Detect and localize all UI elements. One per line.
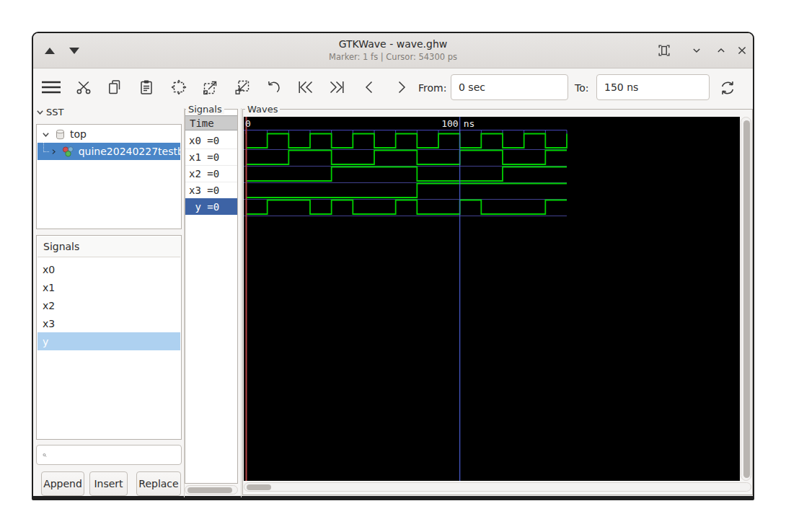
database-icon [55,128,66,141]
chevron-left-icon [361,79,379,96]
menu-icon [40,79,62,95]
paste-button[interactable] [138,79,155,96]
zoom-fit-icon [170,79,187,96]
copy-button[interactable] [106,79,123,96]
from-input[interactable] [451,74,568,100]
wave-area[interactable]: 0100ns [244,117,740,481]
scrollbar-thumb[interactable] [247,484,271,490]
signal-filter[interactable] [36,445,182,465]
expander-chevron-right-icon[interactable] [50,148,57,156]
shift-right-button[interactable] [392,79,410,96]
reload-icon [718,79,737,97]
list-item-x1[interactable]: x1 [37,278,180,296]
time-header[interactable]: Time [185,115,237,130]
sst-expander[interactable]: SST [36,107,63,118]
list-item-x0[interactable]: x0 [37,260,180,278]
tree-node-label: quine20240227testbench [79,146,180,157]
list-item-y[interactable]: y [37,332,180,350]
undo-button[interactable] [265,79,282,96]
signal-value-x0[interactable]: x0 =0 [185,132,237,148]
fetch-end-icon [327,79,346,96]
copy-icon [106,79,123,96]
replace-button[interactable]: Replace [136,471,181,496]
svg-text:0: 0 [245,118,251,129]
from-label: From: [418,82,446,94]
zoom-fit-button[interactable] [170,79,187,96]
menu-button[interactable] [40,79,62,95]
chevron-down-icon [689,43,704,58]
close-icon [735,43,749,58]
scrollbar-thumb[interactable] [743,120,750,478]
signal-value-x3[interactable]: x3 =0 [185,182,237,198]
gtkwave-window: GTKWave - wave.ghw Marker: 1 fs | Cursor… [32,32,754,500]
sst-label: SST [46,107,63,118]
signal-value-x2[interactable]: x2 =0 [185,165,237,182]
window-title: GTKWave - wave.ghw [33,38,753,50]
append-button[interactable]: Append [41,471,84,496]
waves-vscrollbar[interactable] [741,117,751,481]
expander-chevron-icon[interactable] [42,130,50,138]
list-item-x3[interactable]: x3 [37,314,180,332]
chevron-up-icon [714,43,728,58]
marker-cursor-status: Marker: 1 fs | Cursor: 54300 ps [33,52,753,62]
signal-value-y[interactable]: y =0 [185,198,237,215]
signal-search-list: Signals x0 x1 x2 x3 y [36,235,182,440]
fit-window-button[interactable] [656,43,672,58]
close-button[interactable] [734,43,750,58]
search-icon [43,450,47,461]
signal-value-x1[interactable]: x1 =0 [185,148,237,165]
expander-chevron-icon [36,108,44,116]
zoom-in-icon [202,79,219,96]
reload-button[interactable] [718,79,736,96]
list-item-x2[interactable]: x2 [37,296,180,314]
tree-node-testbench[interactable]: quine20240227testbench [37,143,180,160]
cut-icon [75,79,92,96]
desktop: GTKWave - wave.ghw Marker: 1 fs | Cursor… [0,0,786,532]
tree-node-top[interactable]: top [37,125,180,143]
fetch-end-button[interactable] [327,79,345,96]
zoom-out-icon [234,79,251,96]
signals-column-hscrollbar[interactable] [185,485,238,495]
module-icon [61,145,75,158]
fetch-start-button[interactable] [296,79,314,96]
scrollbar-thumb[interactable] [187,487,232,493]
search-input[interactable] [51,449,181,461]
waves-panel: 0100ns [242,109,753,495]
maximize-button[interactable] [713,43,729,58]
svg-text:ns: ns [464,118,475,129]
pane-splitter-right[interactable] [241,108,242,497]
shift-left-button[interactable] [361,79,379,96]
sst-tree: top quine20240227testbench [36,124,182,229]
wave-canvas[interactable]: 0100ns [244,117,740,481]
waves-hscrollbar[interactable] [244,482,751,492]
insert-button[interactable]: Insert [89,471,128,496]
signals-panel-label: Signals [186,104,224,115]
signal-values-column: Time x0 =0 x1 =0 x2 =0 x3 =0 y =0 [185,109,238,484]
titlebar[interactable]: GTKWave - wave.ghw Marker: 1 fs | Cursor… [33,33,753,68]
zoom-in-button[interactable] [202,79,219,96]
signals-list-header: Signals [37,236,180,257]
tree-connector [43,143,49,152]
undo-icon [265,79,282,96]
zoom-out-button[interactable] [234,79,251,96]
paste-icon [138,79,155,96]
fetch-start-icon [296,79,315,96]
to-label: To: [575,82,588,94]
cut-button[interactable] [75,79,92,96]
to-input[interactable] [596,74,710,100]
chevron-right-icon [392,79,410,96]
svg-text:100: 100 [441,118,458,129]
waves-panel-label: Waves [245,104,280,115]
minimize-button[interactable] [689,43,705,58]
tree-node-label: top [70,128,87,140]
fit-window-icon [656,43,672,58]
